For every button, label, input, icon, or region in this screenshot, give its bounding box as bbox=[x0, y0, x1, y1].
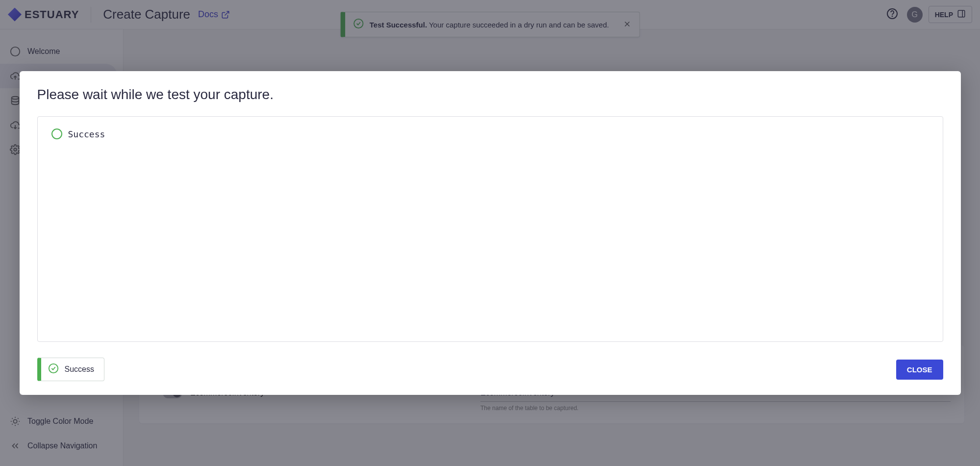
check-circle-icon bbox=[48, 363, 59, 376]
test-log-box: Success bbox=[37, 116, 943, 342]
modal-close-button[interactable]: CLOSE bbox=[896, 360, 943, 380]
log-status-text: Success bbox=[68, 129, 105, 139]
test-capture-modal: Please wait while we test your capture. … bbox=[20, 71, 961, 395]
status-chip-text: Success bbox=[65, 365, 94, 374]
log-line: Success bbox=[51, 129, 929, 139]
success-dot-icon bbox=[51, 129, 62, 139]
modal-title: Please wait while we test your capture. bbox=[37, 87, 943, 103]
close-button-label: CLOSE bbox=[907, 365, 932, 374]
svg-point-20 bbox=[49, 364, 57, 373]
status-chip: Success bbox=[37, 358, 104, 381]
modal-overlay: Please wait while we test your capture. … bbox=[0, 0, 980, 466]
